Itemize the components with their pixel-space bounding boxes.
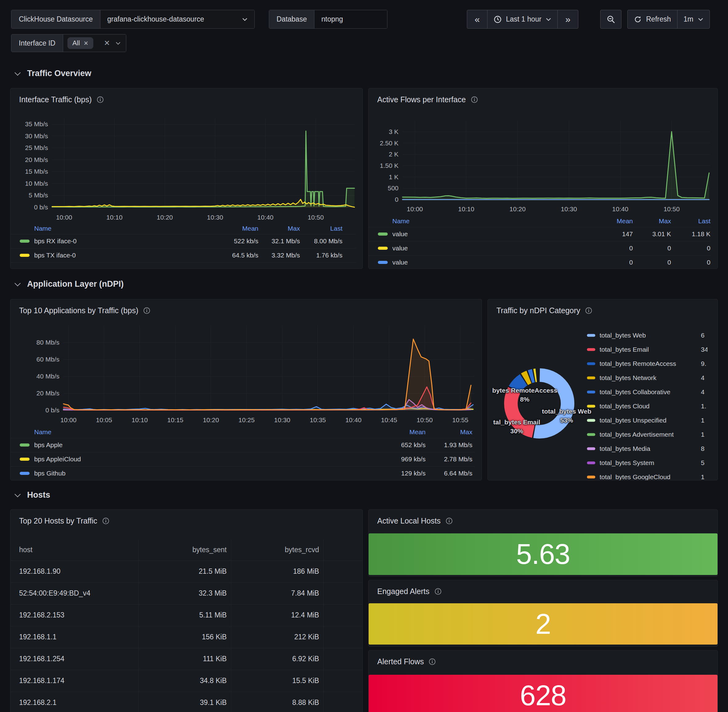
series-name[interactable]: bps AppleiCloud	[34, 455, 81, 463]
series-stat: 969 kb/s	[373, 455, 426, 463]
ndpi-legend-row[interactable]: total_bytes Cloud1.	[582, 399, 707, 413]
category-color-pill	[587, 461, 595, 464]
x-tick-label: 10:50	[417, 416, 433, 423]
ndpi-legend-row[interactable]: total_bytes Media8	[582, 442, 707, 456]
legend-sort-name[interactable]: Name	[34, 429, 52, 436]
series-stat: 1.93 Mb/s	[420, 441, 472, 449]
x-tick-label: 10:10	[106, 214, 123, 221]
info-icon[interactable]	[428, 658, 436, 665]
y-tick-label: 25 Mb/s	[25, 144, 48, 151]
ndpi-legend-row[interactable]: total_bytes Web6	[582, 328, 707, 343]
ndpi-legend-row[interactable]: total_bytes Advertisement1	[582, 427, 707, 442]
series-name[interactable]: bps Github	[34, 470, 65, 477]
zoom-out-button[interactable]	[600, 10, 621, 29]
series-color-pill	[378, 247, 388, 250]
ndpi-legend-row[interactable]: total_bytes GoogleCloud1	[582, 470, 707, 481]
category-name[interactable]: total_bytes Advertisement	[600, 431, 673, 438]
datasource-select[interactable]: grafana-clickhouse-datasource	[100, 10, 254, 28]
series-color-pill	[378, 233, 388, 236]
series-name[interactable]: bps RX iface-0	[34, 237, 77, 245]
interface-traffic-chart[interactable]: 10:0010:1010:2010:3010:4010:500 b/s5 Mb/…	[10, 88, 363, 221]
legend-row[interactable]: bps Apple652 kb/s1.93 Mb/s	[10, 438, 475, 452]
section-hosts[interactable]: Hosts	[15, 490, 50, 500]
column-separator	[323, 539, 324, 712]
interface-filter: Interface ID All ✕ ✕	[11, 34, 126, 52]
legend-sort-last[interactable]: Last	[290, 225, 343, 232]
y-tick-label: 1 K	[388, 174, 399, 181]
legend-row[interactable]: value1473.01 K1.18 K	[369, 227, 711, 242]
ndpi-legend-row[interactable]: total_bytes Network4	[582, 371, 707, 385]
ndpi-legend-row[interactable]: total_bytes Unspecified1	[582, 413, 707, 427]
ndpi-legend-row[interactable]: total_bytes System5	[582, 456, 707, 470]
database-input[interactable]: ntopng	[314, 10, 387, 28]
active-flows-chart[interactable]: 10:0010:1010:2010:3010:4010:5005001 K1.5…	[369, 88, 718, 213]
legend-row[interactable]: value000	[369, 255, 711, 269]
stat-box: 2	[369, 603, 718, 645]
legend-sort-max[interactable]: Max	[420, 429, 472, 436]
interface-value-pill[interactable]: All ✕	[67, 37, 93, 49]
legend-row[interactable]: bps TX iface-064.5 kb/s3.32 Mb/s1.76 kb/…	[10, 248, 356, 263]
category-name[interactable]: total_bytes Email	[600, 346, 649, 353]
clock-icon	[494, 15, 502, 24]
y-tick-label: 1.50 K	[380, 162, 399, 169]
info-icon[interactable]	[434, 588, 442, 595]
refresh-button[interactable]: Refresh	[628, 10, 678, 28]
collapse-chevron-icon	[15, 70, 21, 76]
category-name[interactable]: total_bytes Cloud	[600, 402, 649, 410]
panel-ndpi-category: Traffic by nDPI Category bytes RemoteAcc…	[488, 299, 718, 481]
top-apps-chart[interactable]: 10:0010:0510:1010:1510:2010:2510:3010:35…	[10, 299, 482, 424]
series-name[interactable]: value	[392, 245, 408, 252]
bytes-sent-cell: 21.5 MiB	[141, 561, 227, 582]
legend-row[interactable]: bps RX iface-0522 kb/s32.1 Mb/s8.00 Mb/s	[10, 234, 356, 249]
category-name[interactable]: total_bytes GoogleCloud	[600, 473, 670, 481]
ndpi-legend-row[interactable]: total_bytes RemoteAccess9.	[582, 357, 707, 371]
time-back-button[interactable]: «	[467, 10, 488, 28]
stat-value: 628	[520, 679, 566, 712]
section-title: Hosts	[27, 490, 50, 500]
legend-sort-name[interactable]: Name	[34, 225, 52, 232]
panel-title[interactable]: Engaged Alerts	[369, 580, 442, 602]
y-tick-label: 40 Mb/s	[36, 372, 59, 380]
panel-title[interactable]: Active Local Hosts	[369, 510, 453, 532]
y-tick-label: 0 b/s	[45, 406, 59, 414]
refresh-interval-button[interactable]: 1m	[678, 10, 710, 28]
panel-title[interactable]: Alerted Flows	[369, 650, 436, 673]
panel-top-hosts: Top 20 Hosts by Traffic hostbytes_sentby…	[10, 509, 363, 712]
section-application-layer[interactable]: Application Layer (nDPI)	[15, 279, 124, 289]
column-header-bytes-sent[interactable]: bytes_sent	[141, 539, 227, 561]
time-forward-button[interactable]: »	[558, 10, 578, 28]
legend-sort-mean[interactable]: Mean	[373, 429, 426, 436]
series-name[interactable]: bps Apple	[34, 441, 62, 449]
legend-row[interactable]: bps Github129 kb/s6.64 Mb/s	[10, 466, 475, 481]
series-name[interactable]: bps TX iface-0	[34, 252, 76, 259]
legend-sort-name[interactable]: Name	[392, 217, 409, 225]
category-name[interactable]: total_bytes Web	[600, 332, 646, 339]
y-tick-label: 10 Mb/s	[25, 180, 48, 187]
database-label: Database	[269, 10, 314, 28]
legend-sort-last[interactable]: Last	[658, 217, 710, 225]
ndpi-legend-row[interactable]: total_bytes Collaborative4	[582, 385, 707, 399]
column-header-host[interactable]: host	[19, 539, 32, 561]
x-tick-label: 10:55	[452, 416, 469, 423]
time-range-button[interactable]: Last 1 hour	[488, 10, 558, 28]
category-name[interactable]: total_bytes Media	[600, 445, 650, 452]
category-value: 4	[701, 374, 704, 381]
interface-select[interactable]: All ✕ ✕	[63, 34, 126, 52]
remove-value-icon[interactable]: ✕	[83, 40, 88, 46]
category-name[interactable]: total_bytes Network	[600, 374, 656, 381]
category-name[interactable]: total_bytes RemoteAccess	[600, 360, 676, 367]
bytes-sent-cell: 111 KiB	[141, 648, 227, 670]
ndpi-legend-row[interactable]: total_bytes Email34	[582, 343, 707, 357]
category-name[interactable]: total_bytes System	[600, 459, 654, 467]
info-icon[interactable]	[446, 518, 453, 524]
series-name[interactable]: value	[392, 259, 408, 266]
legend-row[interactable]: bps AppleiCloud969 kb/s2.78 Mb/s	[10, 452, 475, 467]
section-traffic-overview[interactable]: Traffic Overview	[15, 68, 92, 78]
column-header-bytes-rcvd[interactable]: bytes_rcvd	[234, 539, 319, 561]
series-name[interactable]: value	[392, 230, 408, 238]
clear-all-icon[interactable]: ✕	[104, 39, 110, 47]
legend-row[interactable]: value000	[369, 241, 711, 256]
category-name[interactable]: total_bytes Collaborative	[600, 388, 670, 396]
category-name[interactable]: total_bytes Unspecified	[600, 417, 666, 424]
category-value: 9.	[701, 360, 706, 367]
